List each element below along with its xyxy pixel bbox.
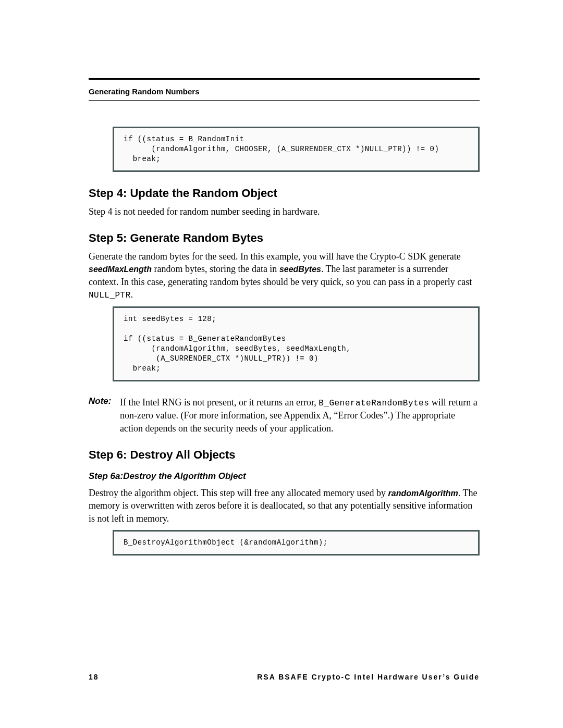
step5-title: Step 5: Generate Random Bytes [89,231,480,245]
code-block-destroy: B_DestroyAlgorithmObject (&randomAlgorit… [113,530,480,556]
step6-title: Step 6: Destroy All Objects [89,448,480,462]
step4-title: Step 4: Update the Random Object [89,187,480,200]
step5-text-b: random bytes, storing the data in [152,264,279,274]
note-mono: B_GenerateRandomBytes [319,399,429,408]
doc-title-footer: RSA BSAFE Crypto-C Intel Hardware User’s… [257,673,480,681]
page-number: 18 [89,673,99,681]
step4-para: Step 4 is not needed for random number s… [89,205,480,218]
note-label: Note: [89,396,120,435]
running-head: Generating Random Numbers [89,87,480,96]
nullptr-inline: NULL_PTR [89,291,131,300]
page-footer: 18 RSA BSAFE Crypto-C Intel Hardware Use… [89,673,480,681]
randomalgorithm-kw: randomAlgorithm [388,489,458,498]
note-block: Note: If the Intel RNG is not present, o… [89,396,480,435]
step6-text-a: Destroy the algorithm object. This step … [89,488,388,498]
step6-para: Destroy the algorithm object. This step … [89,487,480,525]
top-rule [89,78,480,80]
step5-text-a: Generate the random bytes for the seed. … [89,251,461,262]
note-text-a: If the Intel RNG is not present, or it r… [120,397,319,408]
code-block-generate: int seedBytes = 128; if ((status = B_Gen… [113,306,480,381]
step5-para: Generate the random bytes for the seed. … [89,250,480,301]
page: Generating Random Numbers if ((status = … [0,0,563,728]
seedbytes-kw: seedBytes [279,265,321,274]
note-body: If the Intel RNG is not present, or it r… [120,396,480,435]
step6a-title: Step 6a:Destroy the Algorithm Object [89,471,480,482]
thin-rule [89,100,480,101]
code-block-randominit: if ((status = B_RandomInit (randomAlgori… [113,127,480,172]
step5-text-d: . [131,289,133,300]
seedmaxlength-kw: seedMaxLength [89,265,152,274]
